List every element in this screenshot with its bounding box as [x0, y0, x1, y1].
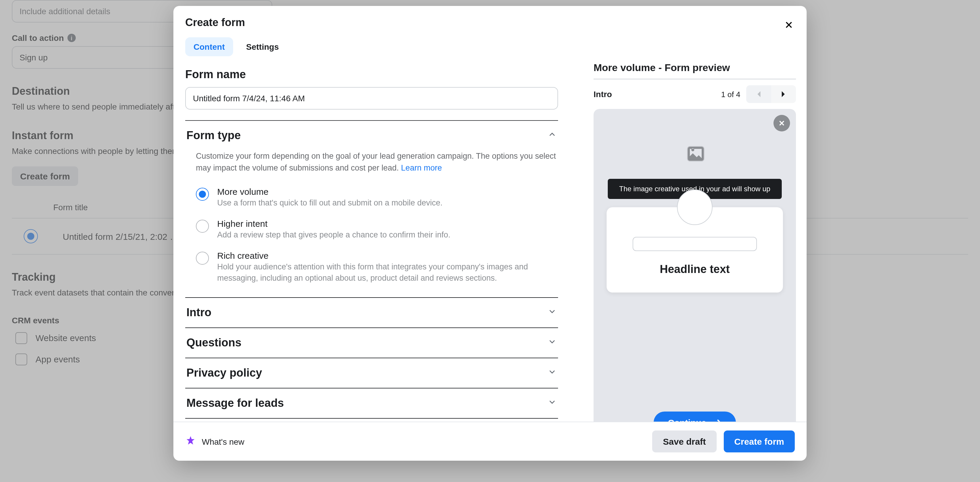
form-type-option-higher-intent[interactable]: Higher intent Add a review step that giv…: [185, 215, 558, 247]
radio-icon: [196, 252, 209, 265]
option-title: Higher intent: [217, 219, 557, 228]
close-icon: [784, 19, 794, 30]
radio-icon: [196, 188, 209, 201]
form-type-header[interactable]: Form type: [185, 121, 558, 150]
pager-next-button[interactable]: [771, 85, 796, 103]
chevron-up-icon: [547, 130, 557, 142]
intro-section-header[interactable]: Intro: [185, 297, 558, 327]
caret-left-icon: [756, 91, 762, 98]
form-name-heading: Form name: [185, 68, 558, 81]
create-form-modal: Create form Content Settings Form name F…: [173, 6, 807, 461]
chevron-down-icon: [547, 367, 557, 379]
preview-headline: Headline text: [619, 263, 771, 276]
questions-title: Questions: [186, 336, 242, 349]
option-subtitle: Add a review step that gives people a ch…: [217, 230, 557, 241]
tab-content[interactable]: Content: [185, 37, 233, 56]
intro-title: Intro: [186, 306, 211, 319]
preview-continue-button[interactable]: Continue: [654, 412, 736, 421]
privacy-title: Privacy policy: [186, 366, 262, 379]
form-type-option-more-volume[interactable]: More volume Use a form that's quick to f…: [185, 183, 558, 215]
arrow-right-icon: [712, 418, 722, 421]
questions-section-header[interactable]: Questions: [185, 327, 558, 358]
preview-chip: [633, 237, 757, 251]
continue-label: Continue: [668, 417, 706, 421]
modal-title: Create form: [185, 17, 795, 29]
privacy-policy-section-header[interactable]: Privacy policy: [185, 358, 558, 388]
option-subtitle: Use a form that's quick to fill out and …: [217, 198, 557, 209]
preview-card: Headline text: [606, 207, 783, 292]
image-placeholder-icon: [683, 141, 706, 167]
option-title: Rich creative: [217, 251, 557, 260]
preview-canvas: The image creative used in your ad will …: [593, 109, 796, 421]
chevron-down-icon: [547, 337, 557, 348]
option-subtitle: Hold your audience's attention with this…: [217, 262, 557, 284]
preview-avatar: [677, 190, 713, 225]
message-title: Message for leads: [186, 396, 284, 409]
option-title: More volume: [217, 187, 557, 196]
star-icon: [185, 435, 196, 448]
preview-close-icon: [773, 115, 790, 131]
message-for-leads-section-header[interactable]: Message for leads: [185, 388, 558, 418]
pager-prev-button: [746, 85, 771, 103]
form-type-title: Form type: [186, 129, 241, 142]
form-type-desc: Customize your form depending on the goa…: [185, 150, 558, 183]
preview-step-label: Intro: [593, 89, 612, 99]
form-type-learn-more-link[interactable]: Learn more: [401, 163, 442, 172]
form-type-option-rich-creative[interactable]: Rich creative Hold your audience's atten…: [185, 247, 558, 297]
form-name-input[interactable]: [185, 87, 558, 110]
preview-heading: More volume - Form preview: [593, 62, 796, 74]
radio-icon: [196, 220, 209, 233]
pager-text: 1 of 4: [721, 90, 740, 99]
create-form-submit-button[interactable]: Create form: [724, 431, 795, 452]
caret-right-icon: [781, 91, 786, 98]
chevron-down-icon: [547, 306, 557, 318]
save-draft-button[interactable]: Save draft: [652, 431, 717, 452]
chevron-down-icon: [547, 397, 557, 409]
whats-new-label: What's new: [202, 437, 244, 446]
whats-new-link[interactable]: What's new: [185, 435, 244, 448]
close-button[interactable]: [781, 17, 797, 33]
tab-settings[interactable]: Settings: [238, 37, 287, 56]
